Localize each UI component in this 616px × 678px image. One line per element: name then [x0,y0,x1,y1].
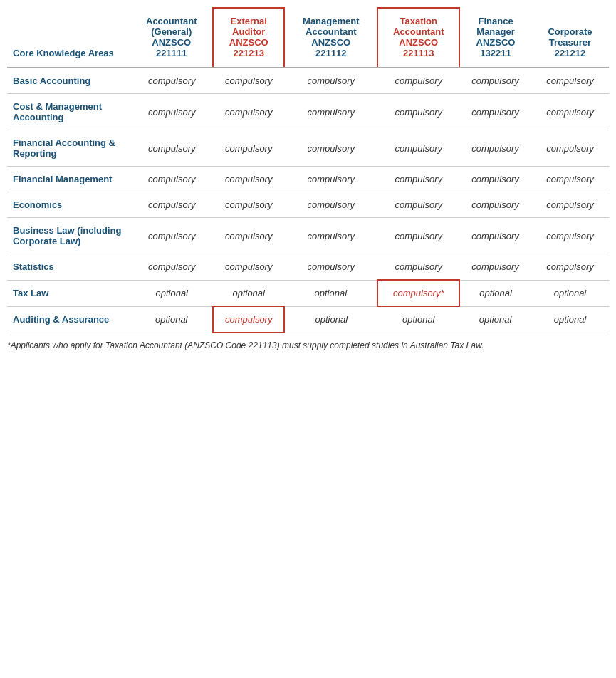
cell-external_auditor: compulsory [213,218,284,254]
area-label: Financial Management [7,167,130,192]
cell-external_auditor: compulsory [213,68,284,94]
cell-management_accountant: optional [284,306,377,333]
column-header-taxation_accountant: Taxation AccountantANZSCO221113 [377,8,459,68]
table-header: Core Knowledge AreasAccountant (General)… [7,8,609,68]
cell-management_accountant: optional [284,280,377,306]
cell-accountant_general: compulsory [130,218,213,254]
cell-management_accountant: compulsory [284,167,377,192]
cell-corporate_treasurer: compulsory [531,167,609,192]
cell-external_auditor: compulsory [213,167,284,192]
table-row: Financial Managementcompulsorycompulsory… [7,167,609,192]
table-row: Basic Accountingcompulsorycompulsorycomp… [7,68,609,94]
table-row: Economicscompulsorycompulsorycompulsoryc… [7,192,609,218]
cell-management_accountant: compulsory [284,218,377,254]
cell-finance_manager: compulsory [459,130,531,167]
cell-accountant_general: compulsory [130,94,213,130]
cell-finance_manager: compulsory [459,192,531,218]
cell-external_auditor: compulsory [213,254,284,281]
cell-taxation_accountant: compulsory [377,192,459,218]
cell-external_auditor: optional [213,280,284,306]
cell-taxation_accountant: compulsory [377,130,459,167]
cell-finance_manager: compulsory [459,218,531,254]
cell-corporate_treasurer: optional [531,306,609,333]
cell-accountant_general: optional [130,280,213,306]
cell-taxation_accountant: compulsory [377,167,459,192]
cell-accountant_general: compulsory [130,192,213,218]
area-label: Cost & Management Accounting [7,94,130,130]
column-header-knowledge_areas: Core Knowledge Areas [7,8,130,68]
cell-finance_manager: compulsory [459,167,531,192]
cell-management_accountant: compulsory [284,192,377,218]
area-label: Economics [7,192,130,218]
cell-corporate_treasurer: compulsory [531,218,609,254]
cell-taxation_accountant: compulsory [377,68,459,94]
cell-management_accountant: compulsory [284,254,377,281]
cell-management_accountant: compulsory [284,94,377,130]
cell-management_accountant: compulsory [284,68,377,94]
area-label: Auditing & Assurance [7,306,130,333]
cell-corporate_treasurer: compulsory [531,68,609,94]
cell-accountant_general: compulsory [130,254,213,281]
table-row: Auditing & Assuranceoptionalcompulsoryop… [7,306,609,333]
table-row: Statisticscompulsorycompulsorycompulsory… [7,254,609,281]
column-header-corporate_treasurer: Corporate Treasurer221212 [531,8,609,68]
cell-finance_manager: optional [459,280,531,306]
cell-management_accountant: compulsory [284,130,377,167]
cell-accountant_general: compulsory [130,68,213,94]
column-header-external_auditor: External AuditorANZSCO221213 [213,8,284,68]
area-label: Statistics [7,254,130,281]
table-row: Business Law (including Corporate Law)co… [7,218,609,254]
cell-corporate_treasurer: compulsory [531,94,609,130]
cell-external_auditor: compulsory [213,94,284,130]
cell-taxation_accountant: compulsory* [377,280,459,306]
cell-external_auditor: compulsory [213,192,284,218]
table-body: Basic Accountingcompulsorycompulsorycomp… [7,68,609,333]
cell-finance_manager: compulsory [459,94,531,130]
footnote: *Applicants who apply for Taxation Accou… [7,340,609,350]
cell-corporate_treasurer: optional [531,280,609,306]
column-header-management_accountant: Management AccountantANZSCO221112 [284,8,377,68]
cell-finance_manager: compulsory [459,254,531,281]
area-label: Tax Law [7,280,130,306]
table-row: Tax Lawoptionaloptionaloptionalcompulsor… [7,280,609,306]
cell-finance_manager: compulsory [459,68,531,94]
column-header-accountant_general: Accountant (General)ANZSCO 221111 [130,8,213,68]
cell-taxation_accountant: optional [377,306,459,333]
area-label: Financial Accounting & Reporting [7,130,130,167]
cell-finance_manager: optional [459,306,531,333]
table-row: Cost & Management Accountingcompulsoryco… [7,94,609,130]
cell-external_auditor: compulsory [213,306,284,333]
cell-taxation_accountant: compulsory [377,218,459,254]
table-row: Financial Accounting & Reportingcompulso… [7,130,609,167]
area-label: Basic Accounting [7,68,130,94]
cell-corporate_treasurer: compulsory [531,254,609,281]
cell-corporate_treasurer: compulsory [531,130,609,167]
cell-taxation_accountant: compulsory [377,254,459,281]
cell-accountant_general: optional [130,306,213,333]
column-header-finance_manager: Finance ManagerANZSCO 132211 [459,8,531,68]
cell-accountant_general: compulsory [130,167,213,192]
cell-accountant_general: compulsory [130,130,213,167]
cell-taxation_accountant: compulsory [377,94,459,130]
cell-external_auditor: compulsory [213,130,284,167]
cell-corporate_treasurer: compulsory [531,192,609,218]
area-label: Business Law (including Corporate Law) [7,218,130,254]
